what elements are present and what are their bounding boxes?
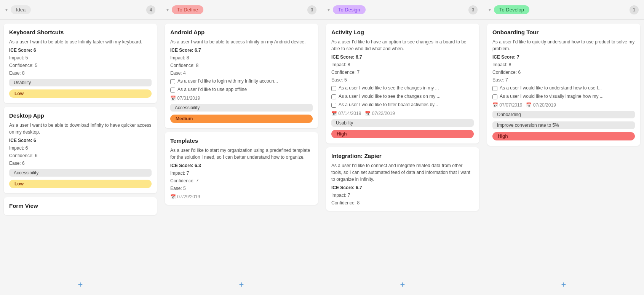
- column-todevelop: ▾To Develop1Onboarding TourAs a user I'd…: [483, 0, 644, 295]
- column-count-todesign: 3: [468, 5, 478, 14]
- column-header-todevelop: ▾To Develop1: [483, 0, 644, 20]
- card-date: 📅 07/20/2019: [526, 102, 556, 108]
- task-label: As a user I would like to visually imagi…: [500, 94, 604, 99]
- date-row: 📅 07/31/2019: [170, 96, 313, 101]
- task-checkbox[interactable]: [331, 94, 336, 99]
- column-footer-todefine: +: [161, 274, 322, 295]
- card-tag: Usability: [331, 119, 474, 127]
- column-title-idea: Idea: [11, 5, 31, 14]
- add-card-button[interactable]: +: [235, 278, 248, 291]
- chevron-down-icon[interactable]: ▾: [328, 7, 330, 13]
- ice-score: ICE Score: 6.7: [331, 54, 474, 60]
- ice-ease: Ease: 5: [170, 186, 313, 191]
- priority-badge: Low: [9, 180, 152, 188]
- ice-score: ICE Score: 6: [9, 48, 152, 53]
- ice-score: ICE Score: 6.3: [170, 163, 313, 168]
- card-date: 📅 07/22/2019: [365, 111, 395, 116]
- task-label: As a user I would like to filter board a…: [339, 102, 438, 107]
- card-date: 📅 07/29/2019: [170, 194, 200, 199]
- task-checkbox[interactable]: [331, 103, 336, 108]
- task-checkbox[interactable]: [170, 88, 175, 92]
- column-header-todesign: ▾To Design3: [322, 0, 483, 20]
- task-label: As a user I would like to understand how…: [500, 85, 602, 91]
- card[interactable]: Activity LogAs a user I'd like to have a…: [326, 24, 479, 144]
- ice-ease: Ease: 4: [170, 70, 313, 76]
- card-date: 📅 07/14/2019: [331, 111, 361, 116]
- column-body-todevelop: Onboarding TourAs a user I'd like to qui…: [483, 20, 644, 274]
- column-count-todefine: 3: [307, 5, 316, 14]
- ice-details: Impact: 8: [331, 62, 474, 67]
- card-tag: Accessibility: [9, 169, 152, 177]
- column-title-todevelop: To Develop: [494, 5, 529, 14]
- column-footer-todesign: +: [322, 274, 483, 295]
- card[interactable]: Form View: [4, 197, 157, 215]
- ice-ease: Ease: 5: [331, 77, 474, 83]
- ice-confidence: Confidence: 7: [170, 178, 313, 183]
- ice-confidence: Confidence: 7: [331, 70, 474, 75]
- card-title: Onboarding Tour: [492, 29, 635, 35]
- checkbox-row: As a user I would like to visually imagi…: [492, 94, 635, 99]
- add-card-button[interactable]: +: [558, 278, 570, 291]
- card-tag: Usability: [9, 79, 152, 86]
- task-checkbox[interactable]: [492, 94, 497, 99]
- card[interactable]: Integration: ZapierAs a user I'd like to…: [326, 147, 479, 211]
- card-desc: As a user I want to be able to download …: [9, 122, 152, 136]
- ice-ease: Ease: 6: [9, 161, 152, 166]
- column-header-todefine: ▾To Define3: [161, 0, 322, 20]
- task-checkbox[interactable]: [492, 86, 497, 91]
- ice-ease: Ease: 8: [9, 70, 152, 76]
- card-title: Desktop App: [9, 112, 152, 119]
- checkbox-row: As a user I would like to see the change…: [331, 94, 474, 99]
- priority-badge: High: [492, 132, 635, 140]
- card[interactable]: Desktop AppAs a user I want to be able t…: [4, 107, 157, 193]
- chevron-down-icon[interactable]: ▾: [489, 7, 491, 13]
- card-title: Templates: [170, 137, 313, 144]
- card-title: Android App: [170, 29, 313, 35]
- ice-details: Impact: 5: [9, 55, 152, 61]
- card[interactable]: Onboarding TourAs a user I'd like to qui…: [487, 24, 640, 146]
- ice-confidence: Confidence: 8: [170, 63, 313, 68]
- ice-confidence: Confidence: 5: [9, 63, 152, 68]
- card[interactable]: TemplatesAs a user I'd like to start my …: [165, 132, 318, 205]
- checkbox-row: As a user I'd like to login with my Infi…: [170, 78, 313, 84]
- column-todefine: ▾To Define3Android AppAs a user I want t…: [161, 0, 322, 295]
- card-title: Form View: [9, 203, 152, 209]
- card-date: 📅 07/31/2019: [170, 96, 200, 101]
- card-desc: As a user I'd like to start my organizat…: [170, 147, 313, 161]
- card[interactable]: Keyboard ShortcutsAs a user I want to be…: [4, 24, 157, 103]
- ice-details: Impact: 8: [170, 55, 313, 61]
- chevron-down-icon[interactable]: ▾: [166, 7, 169, 13]
- column-count-idea: 4: [146, 5, 155, 14]
- ice-score: ICE Score: 6.7: [170, 48, 313, 53]
- priority-badge: Low: [9, 89, 152, 98]
- ice-score: ICE Score: 7: [492, 54, 635, 60]
- column-body-todesign: Activity LogAs a user I'd like to have a…: [322, 20, 483, 274]
- column-todesign: ▾To Design3Activity LogAs a user I'd lik…: [322, 0, 483, 295]
- checkbox-row: As a user I would like to understand how…: [492, 85, 635, 91]
- task-label: As a user I'd like to use app offline: [177, 87, 247, 92]
- priority-badge: High: [331, 130, 474, 138]
- add-card-button[interactable]: +: [74, 278, 87, 291]
- column-count-todevelop: 1: [630, 5, 639, 14]
- add-card-button[interactable]: +: [396, 278, 409, 291]
- ice-confidence: Confidence: 6: [9, 153, 152, 158]
- date-row: 📅 07/07/2019📅 07/20/2019: [492, 102, 635, 108]
- task-checkbox[interactable]: [170, 79, 175, 84]
- column-idea: ▾Idea4Keyboard ShortcutsAs a user I want…: [0, 0, 161, 295]
- column-footer-todevelop: +: [483, 274, 644, 295]
- task-checkbox[interactable]: [331, 86, 336, 91]
- card[interactable]: Android AppAs a user I want to be able t…: [165, 24, 318, 128]
- checkbox-row: As a user I would like to see the change…: [331, 85, 474, 91]
- ice-confidence: Confidence: 8: [331, 200, 474, 206]
- date-row: 📅 07/14/2019📅 07/22/2019: [331, 111, 474, 116]
- ice-confidence: Confidence: 6: [492, 70, 635, 75]
- column-header-idea: ▾Idea4: [0, 0, 161, 20]
- chevron-down-icon[interactable]: ▾: [5, 7, 8, 13]
- card-title: Activity Log: [331, 29, 474, 35]
- card-desc: As a user I'd like to quickly understand…: [492, 38, 635, 52]
- priority-badge: Medium: [170, 115, 313, 123]
- ice-details: Impact: 7: [331, 193, 474, 198]
- column-body-idea: Keyboard ShortcutsAs a user I want to be…: [0, 20, 161, 274]
- card-desc: As a user I want to be able to access In…: [170, 38, 313, 45]
- date-row: 📅 07/29/2019: [170, 194, 313, 199]
